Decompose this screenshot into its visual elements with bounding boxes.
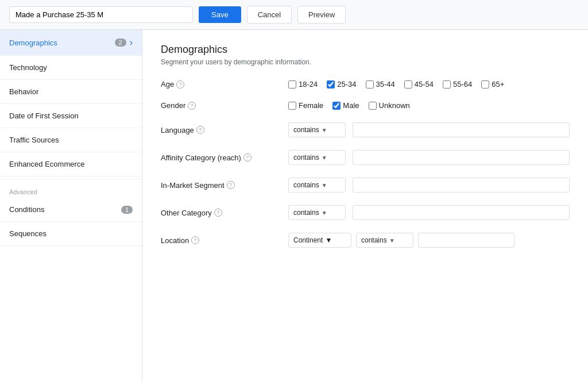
dropdown-caret-icon: ▼: [322, 210, 327, 216]
affinity-operator-dropdown[interactable]: contains ▼: [288, 150, 346, 165]
location-help-icon[interactable]: ?: [191, 236, 199, 244]
age-25-34-checkbox[interactable]: [327, 80, 335, 88]
advanced-section-label: Advanced: [0, 182, 142, 198]
affinity-field-row: Affinity Category (reach) ? contains ▼: [161, 150, 570, 165]
dropdown-caret-icon: ▼: [322, 155, 327, 161]
age-65plus[interactable]: 65+: [481, 80, 504, 88]
content-area: Demographics Segment your users by demog…: [142, 30, 588, 381]
sidebar-item-label: Conditions: [9, 205, 44, 214]
language-value-input[interactable]: [353, 122, 570, 137]
sidebar-item-conditions[interactable]: Conditions 1: [0, 198, 142, 222]
in-market-help-icon[interactable]: ?: [227, 181, 235, 189]
sidebar-item-label: Date of First Session: [9, 111, 79, 120]
sidebar-item-label: Behavior: [9, 87, 38, 96]
location-geo-type-dropdown[interactable]: Continent ▼: [288, 233, 351, 248]
main-layout: Demographics 2 › Technology Behavior Dat…: [0, 30, 588, 381]
location-label: Location ?: [161, 236, 281, 245]
age-35-44-checkbox[interactable]: [366, 80, 374, 88]
sidebar-item-label: Enhanced Ecommerce: [9, 160, 85, 168]
location-operator-dropdown[interactable]: contains ▼: [356, 233, 413, 248]
language-operator-dropdown[interactable]: contains ▼: [288, 122, 346, 137]
language-help-icon[interactable]: ?: [196, 126, 204, 134]
in-market-label: In-Market Segment ?: [161, 181, 281, 190]
age-45-54[interactable]: 45-54: [404, 80, 434, 88]
sidebar-item-behavior[interactable]: Behavior: [0, 80, 142, 104]
cancel-button[interactable]: Cancel: [247, 6, 292, 24]
affinity-value-input[interactable]: [353, 150, 570, 165]
sidebar-item-label: Traffic Sources: [9, 136, 59, 144]
gender-label: Gender ?: [161, 101, 281, 110]
age-label: Age ?: [161, 80, 281, 88]
dropdown-caret-icon: ▼: [322, 182, 327, 188]
gender-male[interactable]: Male: [332, 101, 359, 110]
sidebar-item-technology[interactable]: Technology: [0, 56, 142, 80]
dropdown-caret-icon: ▼: [325, 236, 332, 244]
age-help-icon[interactable]: ?: [176, 80, 184, 88]
location-value-input[interactable]: [418, 233, 514, 248]
in-market-operator-dropdown[interactable]: contains ▼: [288, 178, 346, 193]
sidebar-item-label: Technology: [9, 63, 47, 72]
age-55-64-checkbox[interactable]: [443, 80, 451, 88]
other-category-value-input[interactable]: [353, 205, 570, 220]
other-category-help-icon[interactable]: ?: [214, 209, 222, 217]
age-18-24[interactable]: 18-24: [288, 80, 318, 88]
conditions-badge: 1: [121, 206, 133, 214]
language-field-row: Language ? contains ▼: [161, 122, 570, 137]
dropdown-caret-icon: ▼: [322, 127, 327, 133]
chevron-right-icon: ›: [130, 37, 133, 48]
sidebar-item-label: Sequences: [9, 229, 47, 238]
age-45-54-checkbox[interactable]: [404, 80, 412, 88]
language-label: Language ?: [161, 126, 281, 134]
content-subtitle: Segment your users by demographic inform…: [161, 58, 570, 66]
content-title: Demographics: [161, 44, 570, 56]
other-category-operator-dropdown[interactable]: contains ▼: [288, 205, 346, 220]
location-field-row: Location ? Continent ▼ contains ▼: [161, 233, 570, 248]
gender-female-checkbox[interactable]: [288, 102, 296, 110]
segment-name-input[interactable]: [9, 6, 193, 23]
affinity-help-icon[interactable]: ?: [243, 153, 252, 161]
age-35-44[interactable]: 35-44: [366, 80, 395, 88]
save-button[interactable]: Save: [199, 6, 241, 23]
gender-field-row: Gender ? Female Male Unknown: [161, 101, 570, 110]
affinity-label: Affinity Category (reach) ?: [161, 153, 281, 162]
sidebar-item-demographics[interactable]: Demographics 2 ›: [0, 30, 142, 56]
preview-button[interactable]: Preview: [297, 6, 346, 24]
age-18-24-checkbox[interactable]: [288, 80, 296, 88]
sidebar: Demographics 2 › Technology Behavior Dat…: [0, 30, 142, 381]
in-market-field-row: In-Market Segment ? contains ▼: [161, 178, 570, 193]
demographics-badge: 2: [115, 39, 126, 47]
gender-unknown-checkbox[interactable]: [369, 102, 377, 110]
location-controls: Continent ▼ contains ▼: [288, 233, 514, 248]
gender-female[interactable]: Female: [288, 101, 323, 110]
in-market-value-input[interactable]: [353, 178, 570, 193]
sidebar-item-traffic-sources[interactable]: Traffic Sources: [0, 128, 142, 152]
other-category-field-row: Other Category ? contains ▼: [161, 205, 570, 220]
age-field-row: Age ? 18-24 25-34 35-44 45-54 55-64: [161, 80, 570, 88]
sidebar-item-sequences[interactable]: Sequences: [0, 222, 142, 246]
other-category-label: Other Category ?: [161, 209, 281, 217]
sidebar-item-enhanced-ecommerce[interactable]: Enhanced Ecommerce: [0, 152, 142, 176]
top-bar: Save Cancel Preview: [0, 0, 588, 30]
gender-help-icon[interactable]: ?: [188, 102, 196, 110]
age-65plus-checkbox[interactable]: [481, 80, 489, 88]
gender-checkbox-group: Female Male Unknown: [288, 101, 410, 110]
gender-unknown[interactable]: Unknown: [369, 101, 410, 110]
age-25-34[interactable]: 25-34: [327, 80, 356, 88]
sidebar-item-date-of-first-session[interactable]: Date of First Session: [0, 104, 142, 128]
sidebar-item-label: Demographics: [9, 39, 57, 47]
age-checkbox-group: 18-24 25-34 35-44 45-54 55-64 65+: [288, 80, 504, 88]
age-55-64[interactable]: 55-64: [443, 80, 472, 88]
gender-male-checkbox[interactable]: [332, 102, 341, 110]
dropdown-caret-icon: ▼: [389, 237, 395, 244]
